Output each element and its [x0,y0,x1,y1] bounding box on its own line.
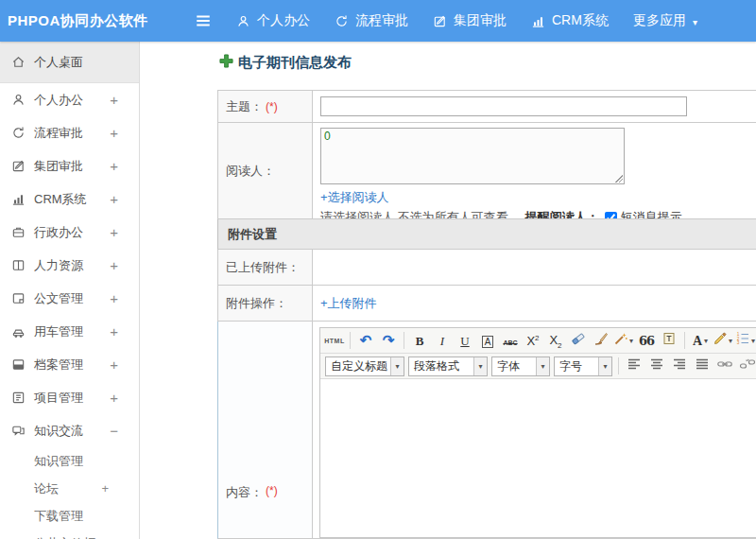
expand-toggle[interactable]: + [101,482,109,495]
expand-toggle[interactable]: + [110,159,118,173]
unlink-button[interactable] [737,356,756,376]
sidebar-item-9[interactable]: 档案管理+ [0,348,139,381]
subscript-button[interactable]: X2 [545,330,566,351]
navbar-item-4[interactable]: 更多应用▾ [633,12,697,29]
sidebar-item-2[interactable]: 流程审批+ [0,116,139,149]
strikethrough-button[interactable]: ABC [500,330,521,351]
caret-down-icon: ▾ [704,337,708,345]
sidebar-item-1[interactable]: 个人办公+ [0,83,139,116]
navbar-item-label: 流程审批 [355,12,408,29]
expand-toggle[interactable]: + [110,192,118,206]
content-label: 内容： (*) [218,322,313,538]
sidebar-item-label: CRM系统 [34,191,87,208]
redo-icon: ↷ [383,332,395,349]
custom-style-select-value: 自定义标题 [331,358,387,374]
sidebar-item-11[interactable]: 知识交流− [0,414,139,447]
chart-icon [11,192,26,206]
paste-text-button[interactable] [659,330,679,351]
sidebar-item-12[interactable]: 知识管理 [0,447,139,475]
align-justify-button[interactable] [692,356,713,376]
expand-toggle[interactable]: + [110,391,118,405]
sidebar-item-13[interactable]: 论坛+ [0,475,139,502]
readers-textarea[interactable]: 0 [320,128,625,184]
menu-toggle-button[interactable] [194,12,213,29]
align-left-button[interactable] [624,356,644,376]
link-button[interactable] [714,356,735,376]
underline-button[interactable]: U [455,330,475,351]
navbar-item-3[interactable]: CRM系统 [531,12,609,29]
custom-style-select[interactable]: 自定义标题▾ [325,356,404,376]
sms-notify-checkbox[interactable] [605,212,617,220]
redo-button[interactable]: ↷ [378,330,399,351]
navbar-item-0[interactable]: 个人办公 [236,12,310,29]
sidebar-item-label: 公文管理 [34,290,83,307]
auto-typeset-icon [614,332,627,349]
sidebar-item-8[interactable]: 用车管理+ [0,315,139,348]
app-logo: PHPOA协同办公软件 [8,0,148,42]
align-left-icon [627,357,641,374]
caret-down-icon: ▾ [693,13,697,28]
navbar-item-1[interactable]: 流程审批 [335,12,408,29]
sidebar-item-14[interactable]: 下载管理 [0,502,139,530]
expand-toggle[interactable]: + [110,258,118,272]
auto-typeset-button[interactable]: ▾ [613,330,634,351]
expand-toggle[interactable]: + [110,324,118,339]
app-window: PHPOA协同办公软件 个人办公流程审批集团审批CRM系统更多应用▾ 个人桌面个… [0,0,756,539]
project-icon [11,391,26,405]
expand-toggle[interactable]: + [110,93,118,107]
superscript-button[interactable]: X2 [523,330,543,351]
caret-down-icon: ▾ [473,357,487,375]
paragraph-format-select-value: 段落格式 [414,358,459,374]
sidebar-item-0[interactable]: 个人桌面 [0,42,139,83]
remove-format-button[interactable] [568,330,589,351]
font-family-select[interactable]: 字体▾ [491,356,550,376]
format-painter-icon [594,332,608,349]
navbar-item-label: 集团审批 [454,12,507,29]
align-center-button[interactable] [646,356,667,376]
toolbar-separator [618,357,619,374]
sidebar-item-label: 论坛 [34,480,59,497]
ordered-list-button[interactable]: 123▾ [735,330,756,351]
attachment-actions-label: 附件操作： [218,286,313,321]
format-painter-button[interactable] [591,330,611,351]
italic-button[interactable]: I [432,330,453,351]
font-color-button[interactable]: A▾ [690,330,711,351]
paragraph-format-select[interactable]: 段落格式▾ [408,356,488,376]
align-right-button[interactable] [669,356,690,376]
select-readers-link[interactable]: +选择阅读人 [320,189,389,206]
highlight-button[interactable]: ▾ [713,330,733,351]
expand-toggle[interactable]: + [110,291,118,305]
blockquote-icon: 66 [639,332,654,349]
font-size-select[interactable]: 字号▾ [554,356,612,376]
subject-input[interactable] [320,96,687,116]
char-border-button[interactable]: A [477,330,498,351]
caret-down-icon: ▾ [598,357,611,375]
caret-down-icon: ▾ [536,357,549,375]
bold-button[interactable]: B [409,330,430,351]
caret-down-icon: ▾ [729,337,732,345]
expand-toggle[interactable]: − [110,424,118,438]
sidebar-item-4[interactable]: CRM系统+ [0,183,139,216]
expand-toggle[interactable]: + [110,126,118,140]
sidebar-item-label: 个人桌面 [34,54,83,71]
readers-hint: 请选择阅读人,不选为所有人可查看 [320,209,508,219]
edit-icon [433,14,447,28]
attachment-actions-row: 附件操作： +上传附件 [217,286,756,322]
main-content: 电子期刊信息发布 主题： (*) 阅读人： 0 +选择阅读 [141,42,756,539]
link-icon [717,357,732,374]
expand-toggle[interactable]: + [110,357,118,372]
undo-button[interactable]: ↶ [355,330,376,351]
sidebar-item-5[interactable]: 行政办公+ [0,216,139,249]
navbar-item-2[interactable]: 集团审批 [433,12,507,29]
sidebar-item-6[interactable]: 人力资源+ [0,249,139,282]
toolbar-separator [350,332,351,349]
blockquote-button[interactable]: 66 [636,330,657,351]
expand-toggle[interactable]: + [110,225,118,239]
upload-attachment-link[interactable]: +上传附件 [320,295,377,312]
sidebar-item-3[interactable]: 集团审批+ [0,149,139,183]
sidebar-item-7[interactable]: 公文管理+ [0,282,139,315]
sidebar-item-15[interactable]: 公共文件柜 [0,530,139,539]
editor-content-area[interactable] [320,379,756,537]
html-source-button[interactable]: HTML [324,330,345,351]
sidebar-item-10[interactable]: 项目管理+ [0,381,139,414]
